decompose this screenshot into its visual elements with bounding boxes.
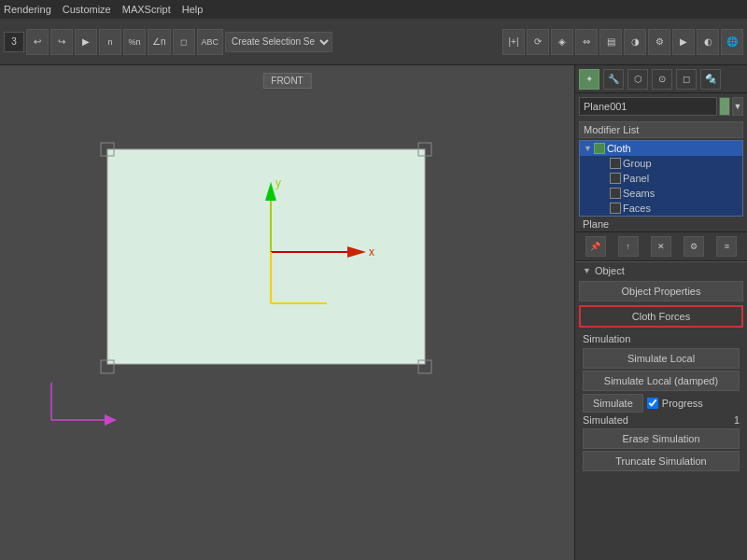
panel-buttons: 📌 ↑ ✕ ⚙ ≡ (575, 231, 747, 261)
show-all-btn[interactable]: ≡ (716, 236, 737, 257)
hierarchy-icon-btn[interactable]: ⬡ (627, 69, 648, 90)
svg-rect-1 (101, 143, 114, 156)
display-icon-btn[interactable]: ◻ (676, 69, 697, 90)
dropdown-arrow[interactable]: ▼ (732, 97, 743, 116)
svg-marker-9 (347, 246, 366, 258)
progress-checkbox[interactable] (647, 398, 658, 409)
panel-icons: ✦ 🔧 ⬡ ⊙ ◻ 🔩 (575, 65, 747, 93)
mirror-btn[interactable]: ⇔ (575, 29, 598, 55)
move-mod-btn[interactable]: ↑ (618, 236, 639, 257)
modify-icon-btn[interactable]: 🔧 (603, 69, 624, 90)
motion-icon-btn[interactable]: ⊙ (652, 69, 672, 90)
tree-checkbox-seams[interactable] (610, 188, 621, 199)
render-setup-btn[interactable]: ⚙ (648, 29, 670, 55)
menu-rendering[interactable]: Rendering (4, 4, 51, 15)
modifier-tree: ▼ Cloth Group Panel Seams (579, 140, 743, 217)
utilities-icon-btn[interactable]: 🔩 (700, 69, 721, 90)
svg-rect-2 (418, 143, 431, 156)
scale-btn[interactable]: ◻ (173, 29, 195, 55)
tree-item-cloth[interactable]: ▼ Cloth (580, 141, 742, 156)
erase-simulation-btn[interactable]: Erase Simulation (583, 428, 740, 449)
tree-label-seams: Seams (623, 188, 655, 199)
svg-marker-14 (105, 414, 117, 426)
pin-btn[interactable]: 📌 (585, 236, 606, 257)
object-name-input[interactable] (579, 97, 717, 116)
configure-btn[interactable]: ⚙ (684, 236, 704, 257)
svg-text:y: y (275, 176, 281, 189)
main-area: FRONT y x (0, 65, 747, 560)
material-btn[interactable]: ◑ (624, 29, 646, 55)
tree-collapse-cloth[interactable]: ▼ (584, 144, 592, 153)
object-section-label: Object (595, 265, 625, 276)
viewport-label: FRONT (262, 73, 311, 89)
simulate-btn[interactable]: Simulate (583, 394, 643, 413)
undo-btn[interactable]: ↩ (26, 29, 49, 55)
abc-btn[interactable]: ABC (197, 29, 224, 55)
tree-label-cloth: Cloth (607, 143, 631, 154)
simulate-local-btn[interactable]: Simulate Local (583, 348, 740, 369)
tree-item-faces[interactable]: Faces (580, 201, 742, 216)
menu-help[interactable]: Help (182, 4, 204, 15)
toolbar-number[interactable] (4, 32, 24, 52)
percent-snap-btn[interactable]: %n (123, 29, 146, 55)
progress-label: Progress (662, 398, 703, 409)
angle-snap-btn[interactable]: ∠n (148, 29, 171, 55)
tree-label-faces: Faces (623, 203, 651, 214)
tree-checkbox-group[interactable] (610, 158, 621, 169)
tree-checkbox-faces[interactable] (610, 203, 621, 214)
rotate-btn[interactable]: ⟳ (527, 29, 549, 55)
object-section-header[interactable]: ▼ Object (575, 261, 747, 279)
name-row: ▼ (575, 93, 747, 119)
tree-label-group: Group (623, 158, 652, 169)
tree-item-seams[interactable]: Seams (580, 186, 742, 201)
tree-checkbox-panel[interactable] (610, 173, 621, 184)
simulation-label: Simulation (579, 331, 743, 346)
move-btn[interactable]: |+| (502, 29, 525, 55)
tree-item-group[interactable]: Group (580, 156, 742, 171)
simulated-value: 1 (734, 414, 740, 426)
menu-bar: Rendering Customize MAXScript Help (0, 0, 747, 19)
align-btn[interactable]: ▤ (599, 29, 622, 55)
menu-maxscript[interactable]: MAXScript (122, 4, 171, 15)
cloth-forces-btn[interactable]: Cloth Forces (579, 305, 743, 328)
simulated-label: Simulated (583, 414, 730, 426)
select-btn[interactable]: ▶ (75, 29, 97, 55)
color-swatch[interactable] (719, 97, 730, 116)
simulate-row: Simulate Progress (579, 393, 743, 413)
viewport-svg: y x (0, 65, 574, 560)
activeshade-btn[interactable]: ◐ (697, 29, 719, 55)
svg-marker-6 (265, 182, 276, 201)
snap-btn[interactable]: ◈ (551, 29, 573, 55)
tree-label-panel: Panel (623, 173, 649, 184)
simulated-row: Simulated 1 (579, 413, 743, 427)
svg-rect-3 (101, 360, 114, 373)
right-panel: ✦ 🔧 ⬡ ⊙ ◻ 🔩 ▼ Modifier List ▼ Cloth (574, 65, 747, 560)
delete-mod-btn[interactable]: ✕ (651, 236, 671, 257)
viewport[interactable]: FRONT y x (0, 65, 574, 560)
select-name-btn[interactable]: n (99, 29, 121, 55)
toolbar: ↩ ↪ ▶ n %n ∠n ◻ ABC Create Selection Se … (0, 19, 747, 65)
truncate-simulation-btn[interactable]: Truncate Simulation (583, 451, 740, 471)
object-properties-btn[interactable]: Object Properties (579, 281, 743, 301)
svg-rect-0 (107, 149, 425, 364)
redo-btn[interactable]: ↪ (50, 29, 73, 55)
plane-row[interactable]: Plane (575, 217, 747, 231)
tree-item-panel[interactable]: Panel (580, 171, 742, 186)
simulate-local-damped-btn[interactable]: Simulate Local (damped) (583, 371, 740, 391)
tree-checkbox-cloth[interactable] (594, 143, 605, 154)
modifier-list-label[interactable]: Modifier List (579, 121, 743, 138)
svg-rect-4 (418, 360, 431, 373)
simulation-section: Simulation Simulate Local Simulate Local… (575, 329, 747, 475)
svg-text:x: x (369, 245, 374, 259)
render-btn[interactable]: ▶ (672, 29, 695, 55)
env-btn[interactable]: 🌐 (721, 29, 743, 55)
selection-dropdown[interactable]: Create Selection Se (225, 32, 332, 52)
object-collapse-icon: ▼ (583, 266, 591, 275)
create-icon-btn[interactable]: ✦ (579, 69, 599, 90)
menu-customize[interactable]: Customize (63, 4, 111, 15)
